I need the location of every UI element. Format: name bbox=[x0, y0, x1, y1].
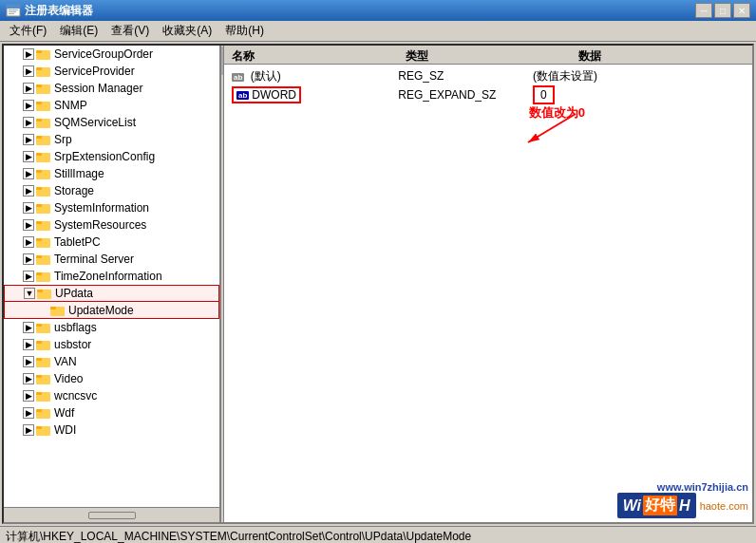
expand-icon[interactable]: ▶ bbox=[23, 202, 34, 214]
svg-rect-26 bbox=[36, 221, 42, 224]
menu-edit[interactable]: 编辑(E) bbox=[54, 21, 104, 41]
svg-rect-44 bbox=[36, 375, 42, 378]
tree-label: SNMP bbox=[54, 99, 87, 112]
tree-item-wdf[interactable]: ▶ Wdf bbox=[4, 404, 219, 421]
window-title: 注册表编辑器 bbox=[25, 3, 93, 19]
tree-label: TabletPC bbox=[54, 235, 101, 249]
svg-rect-42 bbox=[36, 358, 42, 361]
expand-icon[interactable]: ▶ bbox=[23, 117, 34, 128]
expand-icon[interactable]: ▶ bbox=[23, 48, 34, 60]
expand-icon[interactable]: ▶ bbox=[23, 271, 34, 282]
tree-item-wdi[interactable]: ▶ WDI bbox=[4, 421, 219, 439]
tree-item-srp[interactable]: ▶ Srp bbox=[4, 131, 219, 148]
minimize-button[interactable]: ─ bbox=[695, 3, 712, 18]
expand-icon[interactable]: ▶ bbox=[23, 151, 34, 162]
tree-item-video[interactable]: ▶ Video bbox=[4, 370, 219, 387]
svg-rect-18 bbox=[36, 153, 42, 156]
folder-icon bbox=[36, 389, 51, 403]
tree-scroll[interactable]: ▶ ServiceGroupOrder ▶ ServiceProvider bbox=[4, 46, 219, 522]
reg-type-default: REG_SZ bbox=[394, 69, 529, 83]
expand-icon[interactable]: ▶ bbox=[23, 407, 34, 419]
menu-help[interactable]: 帮助(H) bbox=[219, 21, 270, 41]
folder-icon bbox=[36, 201, 51, 215]
svg-rect-24 bbox=[36, 204, 42, 207]
tree-item-servicegrouporder[interactable]: ▶ ServiceGroupOrder bbox=[4, 46, 219, 63]
expand-icon[interactable]: ▼ bbox=[24, 288, 35, 299]
tree-item-sqmservicelist[interactable]: ▶ SQMServiceList bbox=[4, 114, 219, 131]
svg-rect-48 bbox=[36, 409, 42, 412]
registry-content: ab (默认) REG_SZ (数值未设置) ab DWORD REG_EXPA… bbox=[224, 65, 752, 522]
menu-favorites[interactable]: 收藏夹(A) bbox=[157, 21, 217, 41]
svg-rect-1 bbox=[7, 5, 20, 9]
expand-icon[interactable]: ▶ bbox=[23, 185, 34, 197]
close-button[interactable]: ✕ bbox=[733, 3, 750, 18]
folder-icon bbox=[36, 65, 51, 78]
reg-name-dword: ab DWORD bbox=[228, 86, 394, 103]
tree-item-systeminformation[interactable]: ▶ SystemInformation bbox=[4, 199, 219, 216]
expand-icon[interactable]: ▶ bbox=[23, 390, 34, 402]
folder-icon bbox=[36, 47, 51, 61]
expand-icon[interactable]: ▶ bbox=[23, 66, 34, 77]
tree-label: SystemResources bbox=[54, 218, 146, 232]
registry-row-default[interactable]: ab (默认) REG_SZ (数值未设置) bbox=[226, 66, 750, 85]
tree-item-terminalserver[interactable]: ▶ Terminal Server bbox=[4, 251, 219, 268]
folder-icon bbox=[36, 150, 51, 163]
tree-item-stillimage[interactable]: ▶ StillImage bbox=[4, 165, 219, 182]
registry-header: 名称 类型 数据 bbox=[224, 46, 752, 65]
app-icon bbox=[6, 3, 21, 18]
svg-rect-50 bbox=[36, 426, 42, 429]
tree-item-serviceprovider[interactable]: ▶ ServiceProvider bbox=[4, 63, 219, 80]
tree-horizontal-scroll[interactable] bbox=[4, 507, 219, 522]
expand-icon[interactable]: ▶ bbox=[23, 424, 34, 436]
expand-icon[interactable]: ▶ bbox=[23, 236, 34, 248]
title-bar: 注册表编辑器 ─ □ ✕ bbox=[0, 0, 756, 21]
tree-item-timezoneinformation[interactable]: ▶ TimeZoneInformation bbox=[4, 268, 219, 285]
svg-rect-46 bbox=[36, 392, 42, 395]
svg-rect-28 bbox=[36, 238, 42, 241]
reg-data-dword: 0 bbox=[529, 85, 748, 104]
tree-item-tabletpc[interactable]: ▶ TabletPC bbox=[4, 234, 219, 251]
menu-bar: 文件(F) 编辑(E) 查看(V) 收藏夹(A) 帮助(H) bbox=[0, 21, 756, 42]
tree-item-updata[interactable]: ▼ UPdata bbox=[4, 285, 219, 302]
tree-item-systemresources[interactable]: ▶ SystemResources bbox=[4, 216, 219, 234]
expand-icon[interactable]: ▶ bbox=[23, 356, 34, 367]
tree-item-usbstor[interactable]: ▶ usbstor bbox=[4, 336, 219, 353]
tree-item-snmp[interactable]: ▶ SNMP bbox=[4, 97, 219, 114]
expand-icon[interactable]: ▶ bbox=[23, 219, 34, 231]
expand-icon[interactable]: ▶ bbox=[23, 322, 34, 333]
right-panel: 名称 类型 数据 ab (默认) REG_SZ (数值未设置) bbox=[224, 46, 752, 522]
expand-icon[interactable]: ▶ bbox=[23, 339, 34, 350]
watermark-logo: Wi 好特 H bbox=[617, 493, 696, 518]
tree-item-usbflags[interactable]: ▶ usbflags bbox=[4, 319, 219, 336]
folder-icon bbox=[36, 270, 51, 283]
tree-label: ServiceGroupOrder bbox=[54, 47, 153, 61]
svg-rect-10 bbox=[36, 84, 42, 87]
tree-item-srpextensionconfig[interactable]: ▶ SrpExtensionConfig bbox=[4, 148, 219, 165]
tree-item-van[interactable]: ▶ VAN bbox=[4, 353, 219, 370]
registry-row-dword[interactable]: ab DWORD REG_EXPAND_SZ 0 bbox=[226, 85, 750, 104]
expand-icon[interactable]: ▶ bbox=[23, 83, 34, 94]
tree-item-storage[interactable]: ▶ Storage bbox=[4, 182, 219, 199]
tree-item-sessionmanager[interactable]: ▶ Session Manager bbox=[4, 80, 219, 97]
ab-icon: ab bbox=[232, 73, 244, 82]
expand-icon[interactable]: ▶ bbox=[23, 373, 34, 384]
tree-label: ServiceProvider bbox=[54, 65, 135, 78]
tree-item-updatemode[interactable]: UpdateMode bbox=[4, 302, 219, 319]
tree-label: SQMServiceList bbox=[54, 116, 136, 129]
expand-icon[interactable]: ▶ bbox=[23, 134, 34, 145]
svg-rect-22 bbox=[36, 187, 42, 190]
menu-view[interactable]: 查看(V) bbox=[105, 21, 155, 41]
svg-rect-30 bbox=[36, 255, 42, 258]
value-highlighted: 0 bbox=[533, 85, 555, 104]
svg-rect-38 bbox=[36, 324, 42, 327]
expand-icon[interactable]: ▶ bbox=[23, 100, 34, 111]
tree-item-wcncsvc[interactable]: ▶ wcncsvc bbox=[4, 387, 219, 404]
svg-rect-40 bbox=[36, 341, 42, 344]
maximize-button[interactable]: □ bbox=[714, 3, 731, 18]
svg-rect-6 bbox=[36, 50, 42, 53]
menu-file[interactable]: 文件(F) bbox=[4, 21, 52, 41]
folder-icon bbox=[36, 167, 51, 180]
expand-icon[interactable]: ▶ bbox=[23, 168, 34, 179]
folder-icon bbox=[36, 372, 51, 385]
expand-icon[interactable]: ▶ bbox=[23, 253, 34, 265]
